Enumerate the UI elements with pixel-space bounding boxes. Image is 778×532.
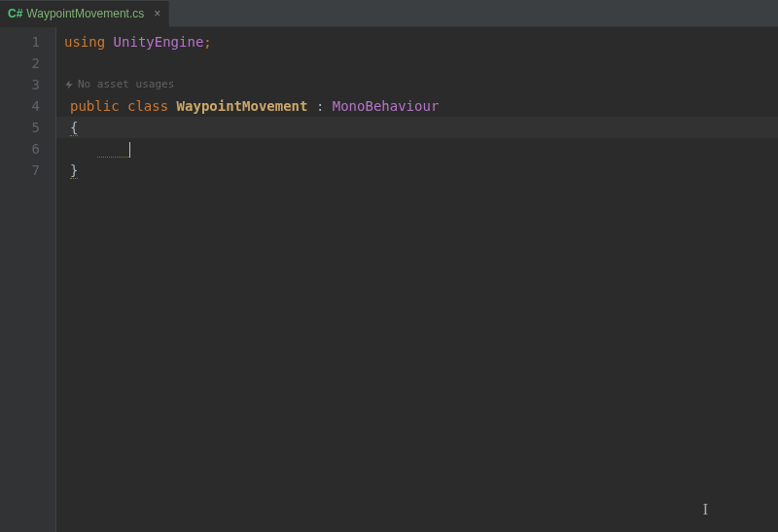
class-name: WaypointMovement — [177, 98, 308, 114]
gutter: 1 2 3 4 5 6 7 — [0, 27, 56, 532]
current-line-highlight — [56, 117, 778, 138]
code-line-7 — [64, 181, 778, 202]
editor[interactable]: 1 2 3 4 5 6 7 using UnityEngine; No asse… — [0, 27, 778, 532]
code-area[interactable]: using UnityEngine; No asset usages publi… — [56, 27, 778, 532]
mouse-cursor-icon: I — [703, 501, 708, 518]
open-brace: { — [70, 120, 78, 136]
tab-filename: WaypointMovement.cs — [26, 7, 144, 20]
code-line-1: using UnityEngine; — [64, 31, 778, 53]
line-number: 7 — [0, 160, 40, 181]
csharp-icon: C# — [8, 7, 22, 20]
code-line-2 — [64, 53, 778, 74]
colon: : — [307, 98, 332, 114]
line-number: 5 — [0, 117, 40, 138]
tab-bar: C# WaypointMovement.cs × — [0, 0, 778, 27]
line-number: 1 — [0, 31, 40, 53]
line-number: 4 — [0, 95, 40, 117]
keyword-using: using — [64, 34, 105, 50]
code-line-3: public class WaypointMovement : MonoBeha… — [64, 95, 778, 117]
close-icon[interactable]: × — [154, 7, 160, 20]
unity-icon — [64, 80, 74, 89]
code-line-5 — [64, 138, 778, 160]
namespace: UnityEngine — [114, 34, 204, 50]
close-brace: } — [70, 162, 78, 179]
keyword-class: class — [127, 98, 168, 114]
inlay-hint-text: No asset usages — [78, 74, 174, 95]
line-number: 3 — [0, 74, 40, 95]
inlay-hint-usages[interactable]: No asset usages — [64, 74, 778, 95]
semicolon: ; — [203, 34, 211, 50]
tab-waypointmovement[interactable]: C# WaypointMovement.cs × — [0, 1, 169, 27]
svg-marker-0 — [65, 81, 73, 89]
base-class: MonoBehaviour — [333, 98, 440, 114]
line-number: 6 — [0, 138, 40, 160]
text-caret — [129, 142, 130, 158]
code-line-6: } — [64, 160, 778, 181]
unused-whitespace-hint — [97, 141, 130, 158]
keyword-public: public — [70, 98, 120, 114]
line-number: 2 — [0, 53, 40, 74]
